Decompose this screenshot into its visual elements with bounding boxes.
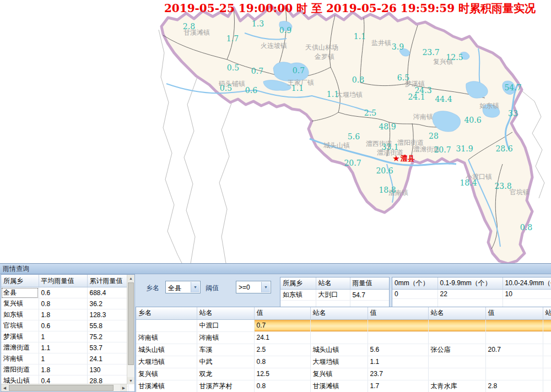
cell[interactable]: 复兴镇 <box>1 298 39 309</box>
cell[interactable]: 2.8 <box>485 380 543 392</box>
cell[interactable]: 130 <box>87 364 128 375</box>
chevron-down-icon[interactable]: ▼ <box>191 282 199 292</box>
cell[interactable] <box>543 380 551 392</box>
cell[interactable]: 大堰垱镇 <box>136 356 197 368</box>
cell[interactable]: 10 <box>503 290 551 299</box>
col-header-station[interactable]: 站名 <box>316 277 350 290</box>
cell[interactable]: 0.6 <box>39 320 87 331</box>
cell[interactable]: 官垸镇 <box>1 320 39 331</box>
cell[interactable] <box>310 331 368 344</box>
cell[interactable]: 55.8 <box>87 320 128 331</box>
horizontal-scrollbar[interactable]: ◀ ▶ <box>1 384 127 391</box>
table-row[interactable]: 梦溪镇 1 75.2 <box>1 331 128 342</box>
cell[interactable]: 0 <box>392 290 437 299</box>
cell[interactable]: 1 <box>39 353 87 364</box>
cell[interactable]: 0.8 <box>254 380 310 392</box>
table-row[interactable]: 城头山镇 车溪 2.5 城头山镇 5.6 张公庙 20.7 <box>136 344 551 356</box>
cell[interactable]: 12.5 <box>254 368 310 380</box>
cell[interactable] <box>368 319 428 331</box>
cell[interactable]: 1.8 <box>39 309 87 320</box>
cell[interactable] <box>437 299 503 308</box>
table-row[interactable]: 复兴镇 0.8 36.2 <box>1 298 128 309</box>
table-row[interactable]: 如东镇 大剅口 54.7 <box>280 290 389 301</box>
cell[interactable]: 城头山镇 <box>136 344 197 356</box>
table-row[interactable]: 官垸镇 0.6 55.8 <box>1 320 128 331</box>
col-header-station[interactable]: 站名 <box>197 307 254 319</box>
cell[interactable] <box>428 356 485 368</box>
cell[interactable]: 23.7 <box>368 368 428 380</box>
cell[interactable]: 甘溪滩镇 <box>136 380 197 392</box>
table-row[interactable]: 澧澹街道 1.1 53.7 <box>1 342 128 353</box>
cell[interactable]: 0.6 <box>39 287 87 298</box>
cell[interactable]: 1 <box>39 331 87 342</box>
cell[interactable]: 36.2 <box>87 298 128 309</box>
cell[interactable]: 涔南镇 <box>136 331 197 344</box>
scroll-up-icon[interactable]: ▲ <box>127 275 134 282</box>
scroll-right-icon[interactable]: ▶ <box>120 384 127 391</box>
cell[interactable]: 甘溪滩镇 <box>310 380 368 392</box>
vertical-scrollbar[interactable]: ▲ ▼ <box>127 275 134 384</box>
table-row[interactable]: 复兴镇 双龙 12.5 复兴镇 23.7 <box>136 368 551 380</box>
cell[interactable]: 53.7 <box>87 342 128 353</box>
cell[interactable] <box>428 319 485 331</box>
table-row-selected[interactable]: 中渡口 0.7 <box>136 319 551 331</box>
col-header-station[interactable]: 站名 <box>543 307 551 319</box>
col-header-10-24mm[interactable]: 10.0-24.9mm（个） <box>503 277 551 290</box>
table-row[interactable]: 大堰垱镇 中武 0.8 大堰垱镇 1.1 <box>136 356 551 368</box>
cell[interactable]: 中武 <box>197 356 254 368</box>
cell[interactable] <box>368 331 428 344</box>
cell[interactable]: 复兴镇 <box>136 368 197 380</box>
cell[interactable] <box>543 344 551 356</box>
chevron-down-icon[interactable]: ▼ <box>261 282 270 292</box>
cell[interactable]: 全县 <box>1 287 39 298</box>
col-header-township[interactable]: 所属乡 <box>280 277 316 290</box>
cell[interactable]: 24.1 <box>254 331 310 344</box>
cell[interactable]: 梦溪镇 <box>1 331 39 342</box>
cell[interactable]: 24.1 <box>87 353 128 364</box>
table-row[interactable]: 如东镇 1.8 128.3 <box>1 309 128 320</box>
col-header-station[interactable]: 站名 <box>428 307 485 319</box>
cell[interactable]: 车溪 <box>197 344 254 356</box>
col-header-station[interactable]: 站名 <box>310 307 368 319</box>
cell[interactable]: 20.7 <box>485 344 543 356</box>
cell[interactable]: 0.8 <box>254 356 310 368</box>
cell[interactable]: 太青水库 <box>428 380 485 392</box>
cell[interactable]: 54.7 <box>350 290 389 301</box>
cell[interactable]: 0.7 <box>254 319 310 331</box>
cell[interactable] <box>543 368 551 380</box>
cell[interactable]: 688.4 <box>87 287 128 298</box>
cell[interactable] <box>485 368 543 380</box>
cell[interactable] <box>310 319 368 331</box>
cell[interactable]: 澧澹街道 <box>1 342 39 353</box>
cell[interactable]: 如东镇 <box>280 290 316 301</box>
col-header-value[interactable]: 值 <box>254 307 310 319</box>
cell[interactable] <box>428 331 485 344</box>
cell[interactable]: 大剅口 <box>316 290 350 301</box>
map-canvas[interactable]: 甘溪滩镇 火连坡镇 天供山林场 金罗镇 盐井镇 复兴镇 码头铺镇 王家厂镇 大堰… <box>0 0 551 263</box>
cell[interactable]: 张公庙 <box>428 344 485 356</box>
cell[interactable]: 如东镇 <box>1 309 39 320</box>
cell[interactable] <box>543 331 551 344</box>
cell[interactable]: 大堰垱镇 <box>310 356 368 368</box>
table-row[interactable]: 涔南镇 1 24.1 <box>1 353 128 364</box>
cell[interactable] <box>136 319 197 331</box>
col-header-avg-rain[interactable]: 平均雨量值 <box>39 275 87 287</box>
col-header-value[interactable]: 值 <box>368 307 428 319</box>
table-row[interactable]: 澧阳街道 1.8 130 <box>1 364 128 375</box>
cell[interactable]: 涔南镇 <box>197 331 254 344</box>
cell[interactable] <box>392 299 437 308</box>
cell[interactable]: 双龙 <box>197 368 254 380</box>
cell[interactable]: 复兴镇 <box>310 368 368 380</box>
cell[interactable] <box>485 356 543 368</box>
cell[interactable]: 涔南镇 <box>1 353 39 364</box>
cell[interactable] <box>503 299 551 308</box>
col-header-township[interactable]: 乡名 <box>136 307 197 319</box>
cell[interactable]: 1.8 <box>39 364 87 375</box>
col-header-value[interactable]: 值 <box>485 307 543 319</box>
threshold-filter-select[interactable]: >=0 ▼ <box>236 281 271 293</box>
col-header-rainfall[interactable]: 雨量值 <box>350 277 389 290</box>
cell[interactable]: 5.6 <box>368 344 428 356</box>
cell[interactable]: 中渡口 <box>197 319 254 331</box>
scrollbar-thumb[interactable] <box>9 385 114 391</box>
scrollbar-thumb[interactable] <box>128 282 134 365</box>
